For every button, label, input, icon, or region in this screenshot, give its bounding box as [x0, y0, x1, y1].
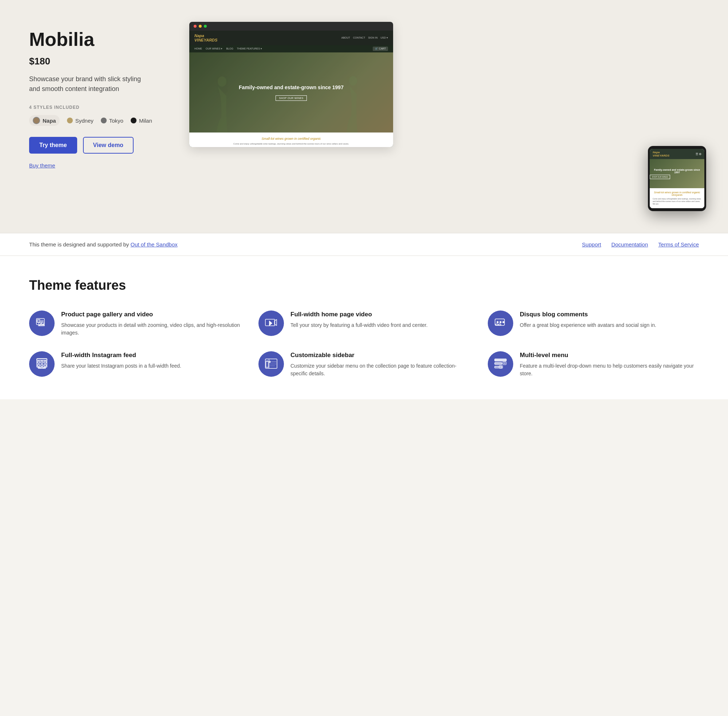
napa-dot: [33, 117, 40, 124]
svg-rect-36: [495, 363, 502, 364]
napa-label: Napa: [42, 118, 56, 124]
style-tokyo[interactable]: Tokyo: [101, 118, 123, 124]
svg-rect-21: [38, 361, 40, 363]
preview-hero-text: Family-owned and estate-grown since 1997…: [239, 84, 344, 100]
feature-sidebar-text: Customizable sidebar Customize your side…: [290, 351, 470, 378]
feature-sidebar-desc: Customize your sidebar menu on the colle…: [290, 362, 470, 378]
support-bar: This theme is designed and supported by …: [0, 233, 728, 256]
browser-bar: [189, 22, 393, 30]
feature-video-text: Full-width home page video Tell your sto…: [290, 311, 428, 329]
svg-marker-11: [269, 321, 272, 325]
hero-silhouette-left: [211, 74, 240, 132]
mobile-section-title: Small-lot wines grown in certified organ…: [653, 191, 701, 196]
preview-nav-links: ABOUT CONTACT SIGN IN USD ▾: [341, 36, 388, 39]
support-attribution: This theme is designed and supported by …: [29, 241, 177, 247]
svg-rect-24: [38, 364, 40, 367]
action-buttons: Try theme View demo: [29, 137, 167, 153]
feature-menu: Multi-level menu Feature a multi-level d…: [488, 351, 699, 378]
nav-signin: SIGN IN: [368, 36, 378, 39]
svg-rect-20: [37, 358, 47, 360]
style-sydney[interactable]: Sydney: [67, 118, 94, 124]
svg-rect-34: [266, 361, 268, 367]
preview-below-fold: Small-lot wines grown in certified organ…: [189, 132, 393, 147]
nav-home: HOME: [194, 47, 202, 50]
styles-label: 4 STYLES INCLUDED: [29, 105, 167, 110]
sandbox-link[interactable]: Out of the Sandbox: [131, 241, 177, 247]
style-options: Napa Sydney Tokyo Milan: [29, 115, 167, 126]
feature-sidebar: Customizable sidebar Customize your side…: [258, 351, 470, 378]
menu-icon: [494, 358, 507, 370]
svg-rect-17: [496, 324, 498, 325]
svg-point-30: [269, 361, 270, 363]
video-icon: [265, 317, 278, 330]
mobile-section-text: Come and enjoy unforgettable wine tastin…: [653, 198, 701, 205]
sydney-dot: [67, 118, 73, 123]
theme-price: $180: [29, 56, 167, 67]
hero-preview-area: NapaVINEYARDS ABOUT CONTACT SIGN IN USD …: [189, 22, 699, 211]
sidebar-icon: [265, 358, 278, 370]
feature-product-gallery: Product page gallery and video Showcase …: [29, 311, 240, 337]
nav-contact: CONTACT: [353, 36, 365, 39]
svg-point-0: [218, 76, 226, 86]
mobile-cta-button[interactable]: SHOP OUR WINES: [650, 175, 670, 179]
support-links-group: Support Documentation Terms of Service: [582, 241, 699, 247]
menu-icon-circle: [488, 351, 513, 377]
feature-disqus-desc: Offer a great blog experience with avata…: [520, 322, 656, 329]
feature-instagram-title: Full-width Instagram feed: [61, 351, 181, 359]
preview-nav: NapaVINEYARDS ABOUT CONTACT SIGN IN USD …: [189, 30, 393, 45]
browser-dot-yellow: [199, 25, 202, 28]
terms-of-service-link[interactable]: Terms of Service: [658, 241, 699, 247]
nav-cart: 🛒 CART: [373, 47, 388, 51]
svg-point-14: [500, 322, 501, 323]
feature-instagram-text: Full-width Instagram feed Share your lat…: [61, 351, 181, 370]
mobile-preview: NapaVINEYARDS ☰ ⚙ Family-owned and estat…: [648, 146, 706, 211]
feature-sidebar-title: Customizable sidebar: [290, 351, 470, 359]
preview-body-text: Come and enjoy unforgettable wine tastin…: [194, 142, 388, 145]
nav-wines: OUR WINES ▾: [206, 47, 222, 50]
feature-disqus-title: Disqus blog comments: [520, 311, 656, 319]
feature-gallery-text: Product page gallery and video Showcase …: [61, 311, 240, 337]
nav-about: ABOUT: [341, 36, 350, 39]
feature-instagram: Full-width Instagram feed Share your lat…: [29, 351, 240, 378]
support-link[interactable]: Support: [582, 241, 601, 247]
preview-cta-button[interactable]: SHOP OUR WINES: [276, 96, 306, 101]
svg-point-13: [497, 322, 498, 323]
browser-dot-red: [194, 25, 197, 28]
try-theme-button[interactable]: Try theme: [29, 137, 77, 153]
milan-dot: [131, 118, 136, 123]
feature-video: Full-width home page video Tell your sto…: [258, 311, 470, 337]
svg-rect-41: [499, 366, 503, 369]
feature-disqus: Disqus blog comments Offer a great blog …: [488, 311, 699, 337]
nav-usd: USD ▾: [381, 36, 388, 39]
mobile-nav: NapaVINEYARDS ☰ ⚙: [650, 149, 704, 159]
mobile-hero-text: Family-owned and estate-grown since 1997: [650, 168, 704, 174]
documentation-link[interactable]: Documentation: [611, 241, 648, 247]
instagram-icon-circle: [29, 351, 55, 377]
feature-video-desc: Tell your story by featuring a full-widt…: [290, 322, 428, 329]
svg-point-15: [503, 322, 504, 323]
preview-hero-image: Family-owned and estate-grown since 1997…: [189, 52, 393, 132]
nav-features: THEME FEATURES ▾: [237, 47, 262, 50]
feature-gallery-desc: Showcase your products in detail with zo…: [61, 322, 240, 337]
style-milan[interactable]: Milan: [131, 118, 152, 124]
view-demo-button[interactable]: View demo: [83, 137, 133, 153]
style-napa[interactable]: Napa: [29, 115, 60, 126]
preview-logo: NapaVINEYARDS: [194, 33, 217, 42]
features-title: Theme features: [29, 278, 699, 293]
sydney-label: Sydney: [75, 118, 94, 124]
svg-rect-37: [503, 362, 506, 365]
hero-left-panel: Mobilia $180 Showcase your brand with sl…: [29, 22, 167, 169]
sidebar-icon-circle: [258, 351, 284, 377]
svg-rect-35: [495, 359, 506, 361]
support-text: This theme is designed and supported by: [29, 241, 131, 247]
theme-title: Mobilia: [29, 29, 167, 50]
mobile-screen: NapaVINEYARDS ☰ ⚙ Family-owned and estat…: [650, 149, 704, 208]
preview-subtitle: Small-lot wines grown in certified organ…: [194, 137, 388, 141]
preview-site: NapaVINEYARDS ABOUT CONTACT SIGN IN USD …: [189, 30, 393, 147]
feature-instagram-desc: Share your latest Instagram posts in a f…: [61, 362, 181, 370]
svg-rect-23: [44, 361, 46, 363]
buy-theme-link[interactable]: Buy theme: [29, 162, 55, 168]
gallery-icon: [35, 317, 49, 330]
desktop-preview: NapaVINEYARDS ABOUT CONTACT SIGN IN USD …: [189, 22, 393, 147]
mobile-logo: NapaVINEYARDS: [653, 151, 669, 157]
